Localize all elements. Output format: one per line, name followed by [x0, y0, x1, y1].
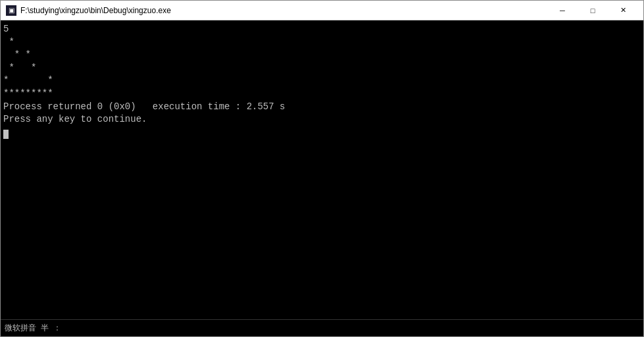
console-line-1: 5	[3, 23, 641, 36]
console-line-6: *********	[3, 88, 641, 101]
console-line-9: Press any key to continue.	[3, 113, 641, 126]
console-line-8: Process returned 0 (0x0) execution time …	[3, 101, 641, 114]
statusbar: 微软拼音 半 ：	[1, 319, 643, 336]
maximize-button[interactable]: □	[578, 1, 608, 20]
console-cursor-line	[3, 126, 641, 140]
titlebar-controls: ─ □ ✕	[547, 1, 638, 20]
minimize-button[interactable]: ─	[547, 1, 578, 20]
console-line-2: *	[3, 36, 641, 49]
main-window: F:\studying\xingzuo\bin\Debug\xingzuo.ex…	[0, 0, 644, 337]
console-line-4: * *	[3, 62, 641, 75]
titlebar: F:\studying\xingzuo\bin\Debug\xingzuo.ex…	[1, 1, 643, 20]
window-title: F:\studying\xingzuo\bin\Debug\xingzuo.ex…	[20, 6, 171, 15]
titlebar-left: F:\studying\xingzuo\bin\Debug\xingzuo.ex…	[6, 5, 171, 16]
ime-status: 微软拼音 半 ：	[5, 323, 61, 334]
cursor-blink	[3, 130, 9, 139]
close-button[interactable]: ✕	[608, 1, 638, 20]
console-line-3: * *	[3, 49, 641, 62]
window-icon	[6, 5, 16, 16]
console-output: 5 * * * * * * * ********* Process return…	[1, 20, 643, 319]
console-line-5: * *	[3, 74, 641, 88]
